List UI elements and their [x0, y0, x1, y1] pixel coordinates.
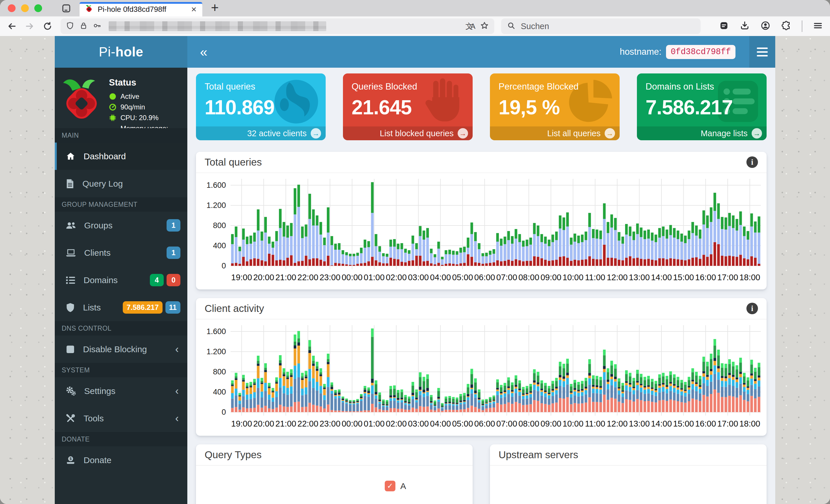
panel-title: Total queries [204, 156, 262, 168]
svg-text:11:00: 11:00 [585, 273, 605, 282]
arrow-right-icon: → [605, 128, 615, 138]
gauge-icon [109, 103, 117, 111]
sidebar-item-dashboard[interactable]: Dashboard [55, 142, 187, 170]
status-title: Status [109, 77, 183, 88]
tab-close-icon[interactable] [191, 5, 196, 14]
status-cpu-label: CPU: 20.9% [121, 114, 159, 122]
sidebar-item-lists[interactable]: Lists 7.586.217 11 [55, 294, 187, 321]
svg-text:07:00: 07:00 [496, 273, 517, 282]
svg-text:08:00: 08:00 [518, 273, 540, 282]
maximize-window-button[interactable] [34, 4, 42, 12]
card-footer-link[interactable]: 32 active clients → [196, 127, 326, 140]
url-bar[interactable] [61, 19, 494, 34]
extensions-puzzle-icon[interactable] [781, 21, 791, 32]
arrow-right-icon: → [752, 128, 762, 138]
users-icon [66, 221, 76, 230]
sidebar-collapse-icon[interactable] [187, 44, 208, 60]
list-icon [66, 276, 75, 285]
svg-text:0: 0 [222, 408, 226, 416]
svg-text:14:00: 14:00 [651, 419, 672, 428]
sidebar-section-donate: DONATE [55, 432, 187, 446]
sidebar-item-groups[interactable]: Groups 1 [55, 212, 187, 239]
shield-icon[interactable] [66, 21, 74, 31]
downloads-icon[interactable] [739, 21, 750, 32]
arrow-right-icon: → [458, 128, 468, 138]
lists-domains-badge: 7.586.217 [123, 301, 162, 314]
svg-text:16:00: 16:00 [695, 273, 716, 282]
card-total-queries: Total queries 110.869 32 active clients … [196, 73, 326, 140]
svg-text:22:00: 22:00 [297, 419, 318, 428]
lists-count-badge: 11 [165, 301, 181, 314]
percentage-blocked-value: 19,5 % [490, 92, 619, 119]
app-menu-icon[interactable] [749, 36, 775, 68]
svg-text:11:00: 11:00 [585, 419, 605, 428]
card-footer-link[interactable]: List all queries → [490, 127, 619, 140]
svg-text:1.600: 1.600 [206, 181, 226, 190]
url-text-redacted [109, 21, 326, 31]
client-activity-chart[interactable]: 04008001.2001.60019:0020:0021:0022:0023:… [196, 320, 767, 436]
account-icon[interactable] [760, 21, 771, 32]
sidebar-item-settings[interactable]: Settings [55, 377, 187, 405]
minimize-window-button[interactable] [21, 4, 29, 12]
svg-text:14:00: 14:00 [651, 273, 672, 282]
svg-text:05:00: 05:00 [452, 273, 473, 282]
svg-text:800: 800 [213, 368, 226, 376]
browser-menu-icon[interactable] [813, 21, 823, 32]
queries-blocked-value: 21.645 [343, 92, 473, 119]
svg-text:1.200: 1.200 [206, 201, 226, 210]
laptop-icon [66, 248, 76, 258]
sidebar-section-system: SYSTEM [55, 363, 187, 377]
tab-overview-icon[interactable] [61, 3, 71, 13]
status-active-label: Active [121, 93, 139, 101]
sidebar-item-domains[interactable]: Domains 4 0 [55, 266, 187, 294]
total-queries-chart[interactable]: 04008001.2001.60019:0020:0021:0022:0023:… [196, 173, 767, 290]
reload-icon[interactable] [43, 21, 53, 31]
library-icon[interactable] [719, 21, 729, 32]
new-tab-button[interactable] [211, 1, 219, 16]
checkbox-checked-icon[interactable] [385, 481, 395, 491]
svg-text:18:00: 18:00 [739, 273, 760, 282]
hostname-label: hostname: [619, 47, 662, 57]
search-input[interactable]: Suchen [501, 19, 701, 34]
pihole-logo-text[interactable]: Pi-hole [55, 36, 187, 68]
sidebar-item-clients[interactable]: Clients 1 [55, 239, 187, 266]
info-icon[interactable] [746, 303, 758, 314]
svg-text:01:00: 01:00 [364, 419, 385, 428]
translate-icon[interactable] [464, 21, 475, 31]
svg-text:07:00: 07:00 [496, 419, 517, 428]
query-types-panel: Query Types A [196, 444, 473, 504]
svg-text:01:00: 01:00 [364, 273, 385, 282]
close-window-button[interactable] [8, 4, 15, 12]
cpu-icon [109, 114, 117, 122]
svg-text:04:00: 04:00 [430, 419, 451, 428]
bookmark-star-icon[interactable] [480, 21, 489, 31]
svg-text:21:00: 21:00 [275, 273, 296, 282]
svg-text:06:00: 06:00 [474, 273, 495, 282]
search-icon [507, 21, 516, 31]
info-icon[interactable] [746, 156, 758, 168]
sidebar-item-tools[interactable]: Tools [55, 405, 187, 432]
summary-cards: Total queries 110.869 32 active clients … [196, 73, 767, 140]
card-footer-link[interactable]: List blocked queries → [343, 127, 473, 140]
lock-icon[interactable] [79, 21, 88, 31]
domains-on-lists-value: 7.586.217 [637, 92, 767, 119]
svg-text:00:00: 00:00 [342, 273, 362, 282]
back-icon[interactable] [7, 21, 17, 31]
browser-tab[interactable]: Pi-hole 0fd38cd798ff [79, 2, 202, 16]
app-header: Pi-hole hostname: 0fd38cd798ff [55, 36, 775, 68]
svg-text:1.600: 1.600 [206, 327, 226, 336]
home-icon [66, 152, 75, 161]
svg-text:17:00: 17:00 [717, 419, 738, 428]
sidebar-item-disable-blocking[interactable]: Disable Blocking [55, 336, 187, 363]
svg-text:19:00: 19:00 [231, 273, 252, 282]
query-types-legend-A[interactable]: A [385, 481, 406, 491]
svg-text:20:00: 20:00 [253, 419, 274, 428]
key-icon[interactable] [93, 21, 101, 31]
chevron-left-icon [175, 412, 179, 425]
forward-icon[interactable] [25, 21, 35, 31]
sidebar-item-query-log[interactable]: Query Log [55, 170, 187, 197]
card-footer-link[interactable]: Manage lists → [637, 127, 767, 140]
sidebar-item-donate[interactable]: $ Donate [55, 446, 187, 474]
svg-text:04:00: 04:00 [430, 273, 451, 282]
card-percentage-blocked: Percentage Blocked 19,5 % List all queri… [490, 73, 619, 140]
